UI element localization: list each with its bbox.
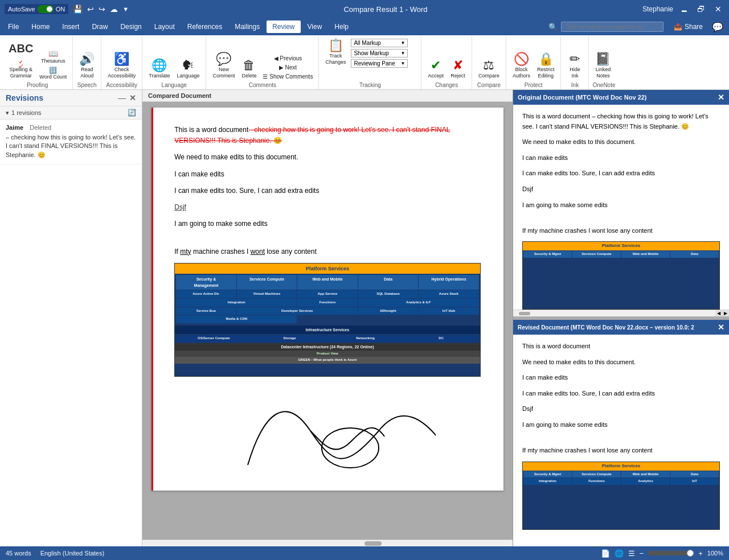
restore-button[interactable]: 🗗 [695,3,707,15]
para-3: I can make edits [174,169,481,180]
save-icon[interactable]: 💾 [73,5,83,14]
orig-scroll-left[interactable]: ◀ [715,310,722,317]
next-comment-button[interactable]: ▶ Next [260,63,315,72]
revisions-minimize-icon[interactable]: — [118,93,126,102]
compare-button[interactable]: ⚖ Compare [476,57,502,81]
menu-review[interactable]: Review [267,20,300,33]
onenote-group-label: OneNote [592,81,615,88]
og3: Web and Mobile [621,251,670,258]
share-button[interactable]: 📤 Share [669,23,707,31]
language-group-label: Language [146,81,202,88]
delete-button[interactable]: 🗑 Delete [239,57,259,81]
revised-doc-close[interactable]: ✕ [718,323,724,332]
datacenter-label: Datacenter Infrastructure (24 Regions, 2… [175,343,480,351]
revisions-refresh-button[interactable]: 🔄 [128,109,136,117]
menu-insert[interactable]: Insert [56,20,85,33]
restrict-editing-button[interactable]: 🔒 RestrictEditing [534,51,558,81]
developer-cell: Developer Services [237,307,358,315]
menu-mailings[interactable]: Mailings [229,20,265,33]
menu-help[interactable]: Help [329,20,354,33]
compare-icon: ⚖ [483,59,494,72]
new-comment-button[interactable]: 💬 NewComment [210,51,237,81]
comments-buttons: 💬 NewComment 🗑 Delete ◀ Previous ▶ Next … [210,38,315,81]
close-button[interactable]: ✕ [712,3,724,15]
reject-button[interactable]: ✘ Reject [448,57,468,81]
spelling-grammar-button[interactable]: ABC✓ Spelling &Grammar [6,41,36,81]
revised-doc-content[interactable]: This is a word document We need to make … [513,335,729,546]
ribbon-group-onenote: 📓 LinkedNotes OneNote [589,36,619,89]
original-doc-close[interactable]: ✕ [718,93,724,102]
all-markup-dropdown[interactable]: All Markup ▼ [351,39,408,47]
revision-item-header: Jaime Deleted [6,124,136,131]
zoom-slider-thumb[interactable] [687,550,694,557]
hybrid-cell: Hybrid Operations [419,275,479,290]
orig-scrollbar-h[interactable]: ◀ ▶ [513,310,729,316]
g8: HDInsight [358,307,419,315]
reviewing-pane-dropdown[interactable]: Reviewing Pane ▼ [351,59,408,68]
accessibility-label: Accessibility [105,81,138,88]
undo-icon[interactable]: ↩ [87,5,94,14]
comment-icon[interactable]: 💬 [708,22,727,32]
doc-scrollbar-h[interactable] [142,540,513,546]
autosave-toggle[interactable] [38,5,54,13]
share-label: Share [685,23,703,31]
orig-scroll-right[interactable]: ▶ [722,310,729,317]
original-doc-content[interactable]: This is a word document – checking how t… [513,105,729,310]
view-normal-icon[interactable]: 📄 [601,549,610,558]
revisions-expand-icon[interactable]: ▾ [6,109,9,117]
accept-label: Accept [428,73,444,79]
menu-references[interactable]: References [182,20,228,33]
search-input[interactable] [561,22,664,32]
proofing-buttons: ABC✓ Spelling &Grammar 📖 Thesaurus 🔢 Wor… [6,38,69,81]
dsjf-text: Dsjf [174,203,186,211]
language-icon: 🗣 [182,59,194,72]
minimize-button[interactable]: 🗕 [678,3,690,15]
ribbon-group-language: 🌐 Translate 🗣 Language Language [142,36,206,89]
rg8: IoT [670,478,719,485]
menu-view[interactable]: View [302,20,328,33]
dc-cell: DC [404,335,479,342]
doc-scrollbar-thumb[interactable] [364,541,382,546]
zoom-slider[interactable] [648,551,694,555]
zoom-in-button[interactable]: + [698,549,703,558]
read-aloud-button[interactable]: 🔊 ReadAloud [76,51,97,81]
g4: SQL Database [358,290,419,298]
language-button[interactable]: 🗣 Language [174,57,202,81]
data-cell: Data [358,275,419,290]
block-authors-button[interactable]: 🚫 BlockAuthors [510,51,533,81]
view-outline-icon[interactable]: ☰ [628,549,635,558]
g7: Service Bus [176,307,236,315]
menu-file[interactable]: File [2,20,24,33]
redo-icon[interactable]: ↪ [99,5,105,14]
word-count-button[interactable]: 🔢 Word Count [37,65,69,81]
ribbon-group-compare: ⚖ Compare Compare [472,36,506,89]
right-panels: Original Document (MTC Word Doc Nov 22) … [513,90,729,546]
revisions-close-button[interactable]: ✕ [129,93,136,102]
status-bar-right: 📄 🌐 ☰ − + 100% [601,549,723,558]
hide-ink-button[interactable]: ✏ HideInk [564,51,585,81]
menu-design[interactable]: Design [114,20,147,33]
doc-scroll-area[interactable]: This is a word document– checking how th… [142,102,513,540]
check-accessibility-button[interactable]: ♿ CheckAccessibility [105,51,138,81]
revisions-count: 1 revisions [11,109,42,116]
menu-draw[interactable]: Draw [86,20,113,33]
view-web-icon[interactable]: 🌐 [615,549,624,558]
thesaurus-button[interactable]: 📖 Thesaurus [37,48,69,65]
translate-button[interactable]: 🌐 Translate [146,57,173,81]
compared-doc-header: Compared Document [142,90,513,102]
linked-notes-button[interactable]: 📓 LinkedNotes [592,51,613,81]
all-markup-arrow: ▼ [401,40,406,46]
orig-scrollbar-thumb[interactable] [519,312,530,315]
spelling-label: Spelling &Grammar [9,67,32,79]
menu-layout[interactable]: Layout [149,20,181,33]
revisions-count-area: ▾ 1 revisions [6,109,42,117]
autosave-icon[interactable]: ☁ [110,5,118,14]
accept-button[interactable]: ✔ Accept [425,57,447,81]
show-markup-dropdown[interactable]: Show Markup ▼ [351,49,408,57]
previous-comment-button[interactable]: ◀ Previous [260,54,315,63]
menu-home[interactable]: Home [26,20,55,33]
zoom-out-button[interactable]: − [640,549,644,558]
track-changes-button[interactable]: 📋 TrackChanges [322,38,349,67]
show-comments-button[interactable]: ☰ Show Comments [260,72,315,81]
more-icon[interactable]: ▼ [122,6,129,13]
